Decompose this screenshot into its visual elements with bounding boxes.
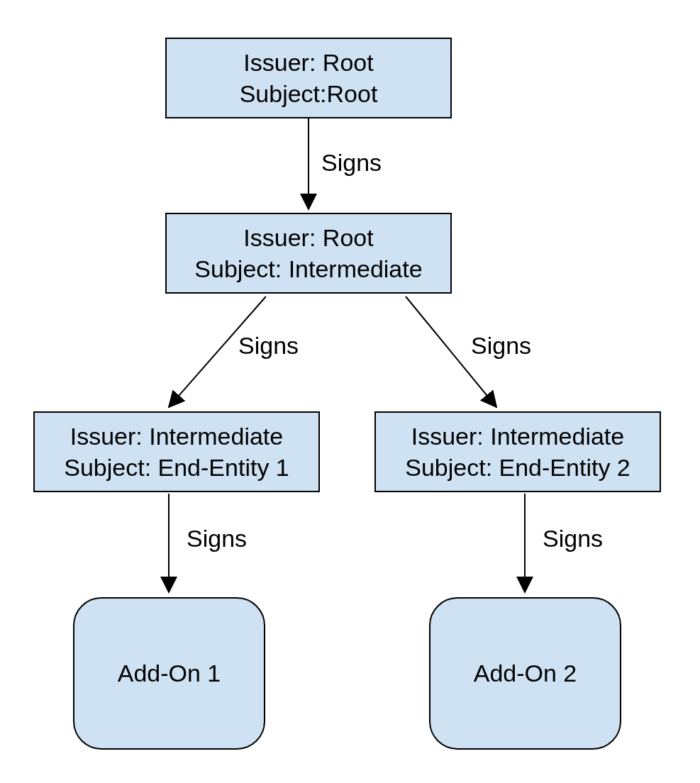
node-intermediate: Issuer: Root Subject: Intermediate (165, 213, 452, 294)
node-intermediate-line2: Subject: Intermediate (194, 253, 422, 284)
node-root-line2: Subject:Root (240, 78, 378, 109)
node-entity1: Issuer: Intermediate Subject: End-Entity… (33, 411, 320, 492)
node-entity1-line2: Subject: End-Entity 1 (64, 452, 289, 483)
node-addon1: Add-On 1 (73, 597, 265, 750)
node-addon1-label: Add-On 1 (118, 657, 221, 689)
node-entity2-line2: Subject: End-Entity 2 (405, 452, 630, 483)
edge-label-entity2-addon2: Signs (543, 525, 603, 552)
node-entity2-line1: Issuer: Intermediate (411, 421, 624, 452)
node-addon2-label: Add-On 2 (474, 657, 577, 689)
edge-label-root-intermediate: Signs (321, 149, 382, 177)
node-root-line1: Issuer: Root (243, 47, 373, 78)
node-root: Issuer: Root Subject:Root (165, 38, 452, 118)
edge-label-intermediate-entity2: Signs (471, 332, 531, 360)
diagram-canvas: Issuer: Root Subject:Root Issuer: Root S… (0, 0, 700, 783)
edge-label-intermediate-entity1: Signs (238, 332, 299, 360)
node-intermediate-line1: Issuer: Root (243, 222, 373, 253)
node-entity1-line1: Issuer: Intermediate (70, 421, 283, 452)
node-addon2: Add-On 2 (429, 597, 621, 750)
node-entity2: Issuer: Intermediate Subject: End-Entity… (374, 411, 661, 492)
edge-label-entity1-addon1: Signs (187, 525, 247, 552)
